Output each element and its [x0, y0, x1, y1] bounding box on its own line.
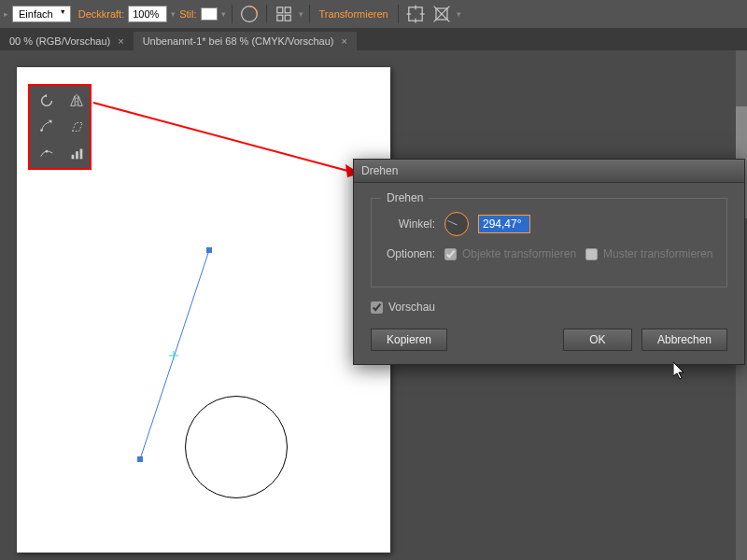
chevron-down-icon[interactable]: ▾ [299, 9, 303, 19]
separator [309, 5, 310, 23]
circle-path[interactable] [185, 396, 288, 498]
chevron-icon: ▸ [4, 9, 8, 19]
style-label: Stil: [179, 8, 196, 20]
checkbox-icon [444, 248, 457, 260]
svg-point-21 [40, 129, 43, 132]
style-swatch[interactable] [201, 7, 218, 21]
group-legend: Drehen [381, 191, 429, 204]
shear-tool-icon[interactable] [63, 116, 90, 138]
close-icon[interactable]: × [342, 35, 347, 47]
svg-rect-26 [80, 149, 83, 160]
anchor-point[interactable] [137, 456, 143, 462]
svg-rect-1 [276, 7, 282, 13]
svg-point-23 [46, 150, 49, 153]
angle-input[interactable]: 294,47° [478, 215, 530, 233]
rotate-dialog: Drehen Drehen Winkel: 294,47° Optionen: … [353, 159, 745, 365]
options-toolbar: ▸ Einfach Deckkraft: 100% ▾ Stil: ▾ ▾ Tr… [0, 0, 747, 28]
checkbox-icon [585, 248, 598, 260]
transform-patterns-checkbox: Muster transformieren [585, 247, 712, 260]
isolate-icon[interactable] [404, 3, 427, 25]
options-label: Optionen: [383, 247, 435, 260]
checkbox-icon[interactable] [371, 301, 383, 314]
tab-label: 00 % (RGB/Vorschau) [9, 35, 110, 47]
transform-link[interactable]: Transformieren [316, 8, 392, 20]
svg-rect-2 [285, 7, 290, 13]
align-icon[interactable] [273, 3, 295, 25]
copy-button[interactable]: Kopieren [371, 329, 447, 351]
close-icon[interactable]: × [118, 35, 123, 47]
blend-mode-dropdown[interactable]: Einfach [12, 6, 71, 22]
transform-objects-checkbox: Objekte transformieren [444, 247, 576, 260]
separator [232, 5, 233, 23]
scale-tool-icon[interactable] [34, 116, 60, 138]
center-point-icon [169, 351, 178, 360]
rotate-tool-icon[interactable] [34, 90, 60, 112]
crop-icon[interactable] [430, 3, 453, 25]
svg-rect-4 [285, 15, 290, 21]
recolor-icon[interactable] [238, 3, 261, 25]
dialog-titlebar[interactable]: Drehen [354, 160, 744, 183]
transform-tools-flyout [28, 84, 92, 170]
document-tab-bar: 00 % (RGB/Vorschau) × Unbenannt-1* bei 6… [0, 28, 747, 50]
svg-rect-25 [76, 151, 78, 159]
rotate-group: Drehen Winkel: 294,47° Optionen: Objekte… [371, 198, 727, 287]
document-tab[interactable]: Unbenannt-1* bei 68 % (CMYK/Vorschau) × [134, 32, 357, 50]
angle-label: Winkel: [383, 217, 435, 231]
preview-checkbox[interactable]: Vorschau [371, 301, 727, 314]
tab-label: Unbenannt-1* bei 68 % (CMYK/Vorschau) [143, 35, 334, 47]
document-tab[interactable]: 00 % (RGB/Vorschau) × [0, 32, 134, 50]
chevron-down-icon[interactable]: ▾ [171, 9, 176, 19]
opacity-label: Deckkraft: [78, 8, 125, 20]
cancel-button[interactable]: Abbrechen [641, 329, 727, 351]
svg-marker-22 [73, 123, 83, 132]
separator [266, 5, 267, 23]
anchor-point[interactable] [206, 247, 212, 253]
reshape-tool-icon[interactable] [34, 142, 60, 164]
svg-marker-16 [44, 94, 47, 98]
svg-marker-18 [78, 96, 83, 106]
svg-rect-3 [276, 15, 282, 21]
free-transform-tool-icon[interactable] [63, 142, 90, 164]
svg-marker-17 [71, 96, 76, 106]
reflect-tool-icon[interactable] [63, 90, 90, 112]
chevron-down-icon[interactable]: ▾ [457, 9, 461, 19]
svg-rect-24 [72, 155, 75, 160]
separator [398, 5, 399, 23]
angle-dial[interactable] [444, 212, 469, 236]
chevron-down-icon[interactable]: ▾ [221, 9, 226, 19]
opacity-input[interactable]: 100% [128, 6, 167, 22]
ok-button[interactable]: OK [563, 329, 632, 351]
